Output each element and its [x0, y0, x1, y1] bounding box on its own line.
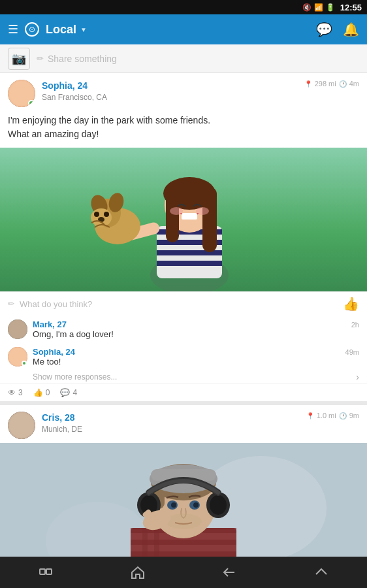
avatar-sophia[interactable]	[8, 80, 35, 107]
comment-sophia-header: Sophia, 24 49m	[33, 347, 359, 357]
sophia-post-image	[0, 148, 367, 291]
online-indicator	[28, 100, 35, 106]
clock: 12:55	[340, 3, 362, 12]
location-pin-cris-icon: 📍	[306, 412, 314, 419]
svg-rect-9	[166, 190, 179, 242]
share-input[interactable]: ✏ Share something	[37, 54, 359, 64]
comment-sophia-body: Sophia, 24 49m Me too!	[33, 347, 359, 367]
sophia-dist-time: 📍 298 mi 🕐 4m	[304, 80, 359, 88]
comment-bubble-icon: 💬	[60, 388, 70, 397]
svg-point-21	[94, 212, 99, 217]
svg-rect-10	[202, 187, 217, 252]
cris-username[interactable]: Cris, 28	[42, 412, 75, 423]
sophia-username[interactable]: Sophia, 24	[42, 80, 88, 91]
share-bar: 📷 ✏ Share something	[0, 44, 367, 73]
svg-point-12	[170, 207, 183, 215]
pencil-icon: ✏	[37, 54, 44, 63]
svg-rect-5	[157, 261, 222, 266]
mark-comment-time: 2h	[351, 321, 359, 329]
svg-point-41	[193, 502, 199, 508]
svg-rect-52	[46, 569, 52, 574]
sophia-comment-username[interactable]: Sophia, 24	[33, 347, 75, 357]
nav-left: ☰ ⊙ Local ▼	[8, 22, 316, 37]
bottom-nav	[0, 557, 367, 588]
svg-point-46	[210, 495, 227, 515]
thumbs-up-icon[interactable]: 👍	[343, 296, 359, 312]
sophia-comment-text: Me too!	[33, 357, 359, 367]
sophia-online-dot	[22, 361, 27, 366]
nav-bar: ☰ ⊙ Local ▼ 💬 🔔	[0, 14, 367, 44]
post-sophia-header: Sophia, 24 San Francisco, CA 📍 298 mi 🕐 …	[0, 73, 367, 111]
bell-icon[interactable]: 🔔	[343, 22, 359, 37]
menu-icon[interactable]: ☰	[8, 22, 18, 37]
sophia-location: San Francisco, CA	[42, 93, 304, 102]
scroll-up-icon[interactable]	[313, 564, 329, 580]
camera-icon[interactable]: 📷	[8, 48, 30, 70]
svg-rect-11	[182, 213, 197, 220]
content-area[interactable]: Sophia, 24 San Francisco, CA 📍 298 mi 🕐 …	[0, 73, 367, 557]
comment-mark-header: Mark, 27 2h	[33, 319, 359, 329]
recent-apps-icon[interactable]	[38, 564, 54, 580]
stats-row: 👁 3 👍 0 💬 4	[0, 384, 367, 401]
cris-post-image	[0, 443, 367, 557]
avatar-sophia-comment[interactable]	[8, 347, 27, 367]
avatar-mark[interactable]	[8, 319, 27, 339]
svg-point-42	[165, 514, 202, 529]
nav-title: Local ▼	[46, 23, 87, 37]
wifi-icon: 📶	[314, 3, 323, 12]
mark-username[interactable]: Mark, 27	[33, 319, 67, 329]
post-cris: Cris, 28 Munich, DE 📍 1.0 mi 🕐 9m	[0, 405, 367, 557]
back-icon[interactable]	[221, 564, 237, 580]
nav-right: 💬 🔔	[316, 22, 359, 37]
thumbs-stat-icon: 👍	[33, 388, 43, 397]
sophia-comment-time: 49m	[345, 348, 359, 356]
chevron-right-icon: ›	[356, 372, 359, 382]
mute-icon: 🔇	[302, 3, 311, 12]
mark-comment-text: Omg, I'm a dog lover!	[33, 329, 359, 339]
eye-icon: 👁	[8, 388, 16, 397]
battery-icon: 🔋	[326, 3, 335, 12]
avatar-cris[interactable]	[8, 412, 35, 439]
svg-point-13	[196, 207, 209, 215]
like-stat[interactable]: 👍 0	[33, 388, 50, 397]
location-target-icon[interactable]: ⊙	[25, 22, 39, 37]
svg-point-22	[104, 212, 109, 217]
cris-dist-time: 📍 1.0 mi 🕐 9m	[306, 412, 359, 419]
home-icon[interactable]	[130, 564, 146, 580]
post-cris-meta: Cris, 28 Munich, DE	[42, 412, 306, 434]
comment-mark-body: Mark, 27 2h Omg, I'm a dog lover!	[33, 319, 359, 339]
caret-icon: ▼	[80, 26, 87, 33]
cris-location: Munich, DE	[42, 425, 306, 434]
comment-mark: Mark, 27 2h Omg, I'm a dog lover!	[0, 316, 367, 343]
sophia-post-text: I'm enjoying the day in the park with so…	[0, 111, 367, 148]
chat-icon[interactable]: 💬	[316, 22, 332, 37]
comment-stat[interactable]: 💬 4	[60, 388, 77, 397]
post-sophia: Sophia, 24 San Francisco, CA 📍 298 mi 🕐 …	[0, 73, 367, 401]
pencil-comment-icon: ✏	[8, 299, 14, 308]
location-pin-icon: 📍	[304, 80, 312, 88]
svg-point-40	[171, 502, 176, 508]
svg-rect-30	[142, 528, 148, 557]
clock-icon: 🕐	[339, 80, 347, 88]
comment-sophia: Sophia, 24 49m Me too!	[0, 343, 367, 370]
eye-stat: 👁 3	[8, 388, 23, 397]
comment-input[interactable]: What do you think?	[20, 299, 338, 309]
post-sophia-meta: Sophia, 24 San Francisco, CA	[42, 80, 304, 102]
status-icons: 🔇 📶 🔋 12:55	[302, 3, 362, 12]
svg-rect-51	[40, 569, 45, 574]
comment-input-row: ✏ What do you think? 👍	[0, 291, 367, 316]
show-more-responses[interactable]: Show more responses... ›	[0, 370, 367, 384]
post-cris-header: Cris, 28 Munich, DE 📍 1.0 mi 🕐 9m	[0, 405, 367, 443]
status-bar: 🔇 📶 🔋 12:55	[0, 0, 367, 14]
clock-cris-icon: 🕐	[339, 412, 347, 419]
svg-rect-31	[154, 528, 159, 557]
